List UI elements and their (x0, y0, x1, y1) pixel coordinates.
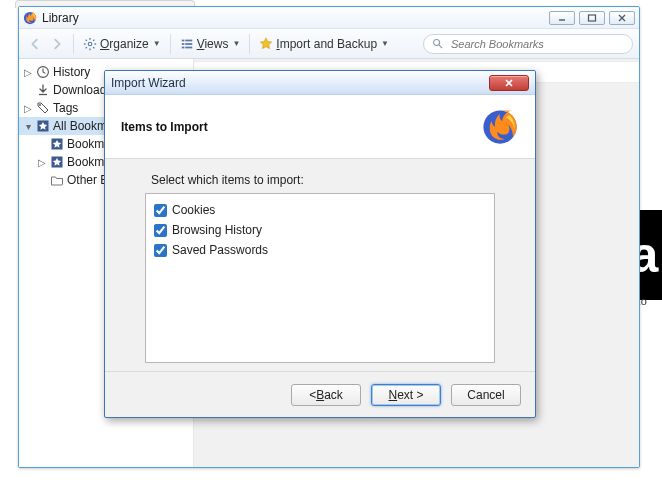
svg-line-21 (439, 45, 442, 48)
wizard-footer: < Back Next > Cancel (105, 371, 535, 417)
wizard-header: Items to Import (105, 95, 535, 159)
svg-point-20 (434, 39, 440, 45)
expand-icon[interactable]: ▷ (37, 157, 47, 168)
firefox-logo-icon (481, 108, 519, 146)
svg-line-12 (86, 47, 87, 48)
download-icon (36, 83, 50, 97)
wizard-title: Import Wizard (111, 76, 186, 90)
wizard-header-title: Items to Import (121, 120, 208, 134)
library-title: Library (42, 11, 79, 25)
option-label: Cookies (172, 203, 215, 217)
collapse-icon[interactable]: ▾ (23, 121, 33, 132)
back-arrow-icon[interactable] (26, 35, 44, 53)
svg-rect-14 (181, 39, 184, 41)
bookmark-box-icon (36, 119, 50, 133)
import-backup-menu[interactable]: Import and Backup ▼ (256, 35, 392, 53)
minimize-button[interactable] (549, 11, 575, 25)
svg-line-11 (93, 47, 94, 48)
bookmark-box-icon (50, 137, 64, 151)
separator (249, 34, 250, 54)
search-bookmarks-box[interactable] (423, 34, 633, 54)
wizard-close-button[interactable] (489, 75, 529, 91)
star-icon (259, 37, 273, 51)
svg-rect-15 (185, 39, 192, 41)
svg-rect-17 (185, 43, 192, 45)
wizard-body: Select which items to import: Cookies Br… (105, 161, 535, 369)
separator (73, 34, 74, 54)
firefox-icon (23, 11, 37, 25)
svg-point-5 (88, 42, 92, 46)
back-button[interactable]: < Back (291, 384, 361, 406)
import-backup-label: Import and Backup (276, 37, 377, 51)
wizard-prompt: Select which items to import: (151, 173, 495, 187)
option-passwords[interactable]: Saved Passwords (154, 240, 486, 260)
views-menu[interactable]: Views ▼ (177, 35, 244, 53)
cancel-button[interactable]: Cancel (451, 384, 521, 406)
svg-line-10 (86, 39, 87, 40)
organize-menu[interactable]: Organize ▼ (80, 35, 164, 53)
maximize-button[interactable] (579, 11, 605, 25)
svg-rect-2 (589, 15, 596, 21)
option-label: Saved Passwords (172, 243, 268, 257)
tree-label: Tags (53, 101, 78, 115)
clock-icon (36, 65, 50, 79)
import-options-list: Cookies Browsing History Saved Passwords (145, 193, 495, 363)
svg-rect-18 (181, 46, 184, 48)
gear-icon (83, 37, 97, 51)
library-toolbar: Organize ▼ Views ▼ Import and Backup ▼ (19, 29, 639, 59)
import-wizard-dialog: Import Wizard Items to Import Select whi… (104, 70, 536, 418)
checkbox-cookies[interactable] (154, 204, 167, 217)
svg-line-13 (93, 39, 94, 40)
next-button[interactable]: Next > (371, 384, 441, 406)
folder-icon (50, 173, 64, 187)
list-icon (180, 37, 194, 51)
tag-icon (36, 101, 50, 115)
tree-label: History (53, 65, 90, 79)
chevron-down-icon: ▼ (232, 39, 240, 48)
chevron-down-icon: ▼ (381, 39, 389, 48)
expand-icon[interactable]: ▷ (23, 103, 33, 114)
chevron-down-icon: ▼ (153, 39, 161, 48)
views-label: Views (197, 37, 229, 51)
option-history[interactable]: Browsing History (154, 220, 486, 240)
checkbox-history[interactable] (154, 224, 167, 237)
forward-arrow-icon[interactable] (48, 35, 66, 53)
expand-icon[interactable]: ▷ (23, 67, 33, 78)
wizard-titlebar[interactable]: Import Wizard (105, 71, 535, 95)
search-icon (432, 38, 443, 50)
svg-point-24 (39, 104, 41, 106)
separator (170, 34, 171, 54)
library-titlebar[interactable]: Library (19, 7, 639, 29)
option-label: Browsing History (172, 223, 262, 237)
bookmark-box-icon (50, 155, 64, 169)
organize-label: Organize (100, 37, 149, 51)
svg-rect-19 (185, 46, 192, 48)
close-button[interactable] (609, 11, 635, 25)
search-input[interactable] (449, 37, 624, 51)
option-cookies[interactable]: Cookies (154, 200, 486, 220)
svg-rect-16 (181, 43, 184, 45)
checkbox-passwords[interactable] (154, 244, 167, 257)
